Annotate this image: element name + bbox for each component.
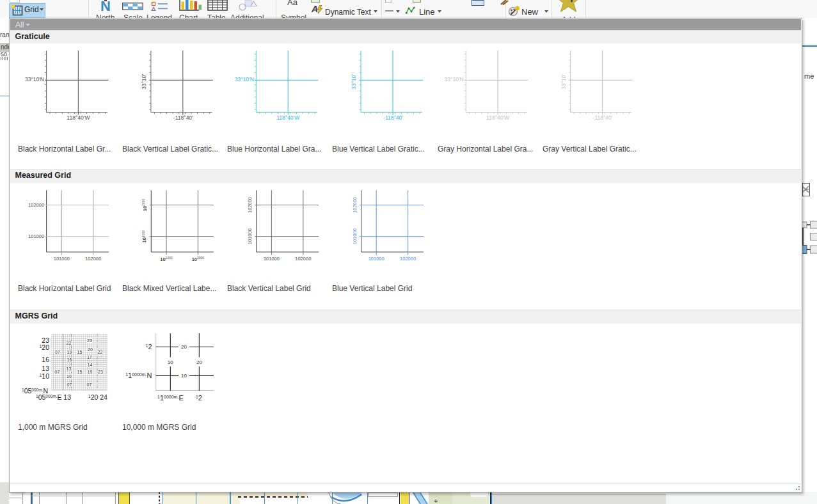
svg-text:19: 19 bbox=[67, 350, 72, 354]
svg-text:23: 23 bbox=[98, 370, 103, 374]
svg-text:10: 10 bbox=[67, 374, 72, 379]
svg-text:-118°40': -118°40' bbox=[383, 114, 403, 121]
svg-text:101000: 101000 bbox=[369, 256, 385, 262]
svg-text:101000: 101000 bbox=[28, 233, 44, 239]
svg-text:19: 19 bbox=[88, 370, 93, 374]
svg-text:110000m.E: 110000m.E bbox=[157, 394, 184, 402]
svg-text:16: 16 bbox=[42, 356, 49, 363]
svg-text:12: 12 bbox=[146, 343, 152, 350]
svg-text:20: 20 bbox=[181, 344, 187, 350]
svg-text:-118°40': -118°40' bbox=[593, 114, 613, 121]
svg-text:13: 13 bbox=[42, 365, 49, 372]
svg-text:33°10': 33°10' bbox=[560, 74, 567, 89]
svg-text:22: 22 bbox=[98, 350, 103, 354]
svg-text:17: 17 bbox=[87, 355, 92, 359]
svg-text:101000: 101000 bbox=[247, 228, 253, 244]
svg-text:-118°40': -118°40' bbox=[173, 114, 193, 121]
svg-text:12: 12 bbox=[196, 394, 202, 402]
svg-text:14: 14 bbox=[88, 363, 93, 367]
svg-text:120 24: 120 24 bbox=[88, 393, 107, 401]
svg-text:33°10'N: 33°10'N bbox=[445, 76, 464, 83]
svg-text:22: 22 bbox=[67, 341, 72, 345]
svg-text:23: 23 bbox=[87, 338, 92, 343]
svg-text:23: 23 bbox=[42, 336, 49, 344]
svg-text:07: 07 bbox=[87, 382, 92, 387]
svg-text:118°40'W: 118°40'W bbox=[276, 114, 299, 121]
svg-text:15: 15 bbox=[77, 350, 83, 354]
svg-text:20: 20 bbox=[196, 359, 202, 365]
svg-text:101000: 101000 bbox=[264, 256, 280, 262]
svg-text:15: 15 bbox=[77, 370, 83, 374]
svg-text:33°10': 33°10' bbox=[141, 74, 147, 89]
svg-text:110: 110 bbox=[40, 372, 49, 380]
svg-text:101000: 101000 bbox=[141, 230, 148, 243]
svg-text:33°10': 33°10' bbox=[351, 74, 357, 89]
svg-text:07: 07 bbox=[55, 350, 60, 354]
svg-text:16: 16 bbox=[67, 358, 72, 362]
svg-text:102000: 102000 bbox=[247, 197, 253, 213]
svg-text:110000m.N: 110000m.N bbox=[125, 372, 152, 379]
svg-text:10: 10 bbox=[168, 359, 173, 365]
svg-text:07: 07 bbox=[55, 370, 60, 374]
svg-text:33°10'N: 33°10'N bbox=[25, 76, 44, 83]
svg-text:101000: 101000 bbox=[352, 228, 358, 244]
svg-text:102000: 102000 bbox=[192, 256, 205, 262]
svg-text:120: 120 bbox=[40, 343, 49, 351]
svg-text:102000: 102000 bbox=[295, 256, 311, 262]
svg-text:33°10'N: 33°10'N bbox=[235, 76, 254, 83]
svg-text:07: 07 bbox=[67, 382, 72, 387]
svg-text:10: 10 bbox=[181, 373, 187, 379]
svg-text:102000: 102000 bbox=[85, 256, 101, 262]
svg-text:102000: 102000 bbox=[400, 256, 416, 262]
svg-text:118°40'W: 118°40'W bbox=[486, 114, 509, 121]
svg-text:105000m.E 13: 105000m.E 13 bbox=[36, 393, 71, 401]
svg-text:101000: 101000 bbox=[54, 256, 70, 262]
svg-text:102000: 102000 bbox=[352, 197, 358, 213]
svg-text:102000: 102000 bbox=[141, 199, 148, 212]
svg-text:101000: 101000 bbox=[160, 256, 173, 262]
svg-text:20: 20 bbox=[88, 347, 93, 352]
svg-text:118°40'W: 118°40'W bbox=[67, 114, 90, 121]
svg-text:13: 13 bbox=[67, 366, 72, 371]
svg-text:102000: 102000 bbox=[28, 202, 44, 208]
